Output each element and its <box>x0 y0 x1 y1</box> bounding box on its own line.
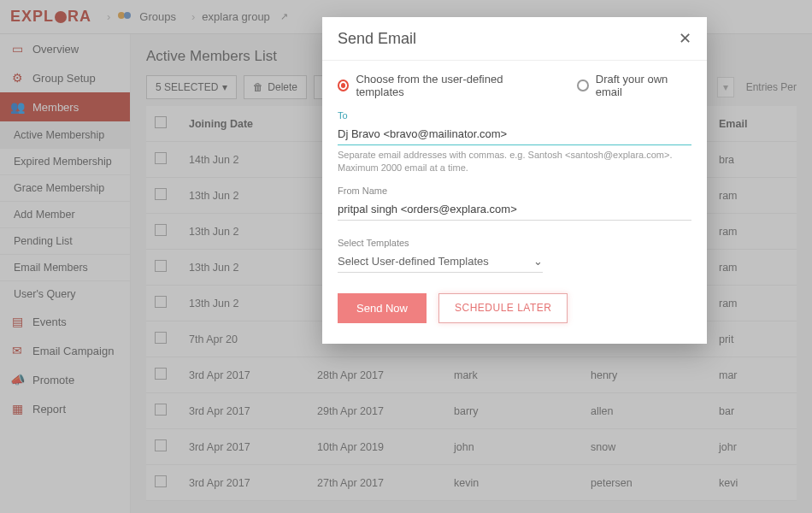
radio-dot-icon <box>338 80 349 91</box>
schedule-later-button[interactable]: SCHEDULE LATER <box>438 293 568 323</box>
radio-draft-own[interactable]: Draft your own email <box>577 73 691 98</box>
from-label: From Name <box>338 186 691 196</box>
send-now-button[interactable]: Send Now <box>338 293 427 323</box>
from-name-field[interactable] <box>338 198 691 221</box>
close-icon[interactable]: ✕ <box>679 29 691 48</box>
to-hint: Separate email addresses with commas. e.… <box>338 149 691 175</box>
send-email-modal: Send Email ✕ Choose from the user-define… <box>322 17 707 344</box>
select-template-label: Select Templates <box>338 238 691 248</box>
chevron-down-icon: ⌄ <box>533 255 543 268</box>
template-select[interactable]: Select User-defined Templates⌄ <box>338 251 543 273</box>
modal-title: Send Email <box>338 30 416 48</box>
to-label: To <box>338 110 691 121</box>
radio-dot-icon <box>577 80 588 91</box>
to-field[interactable] <box>338 123 691 145</box>
radio-use-template[interactable]: Choose from the user-defined templates <box>338 73 543 98</box>
